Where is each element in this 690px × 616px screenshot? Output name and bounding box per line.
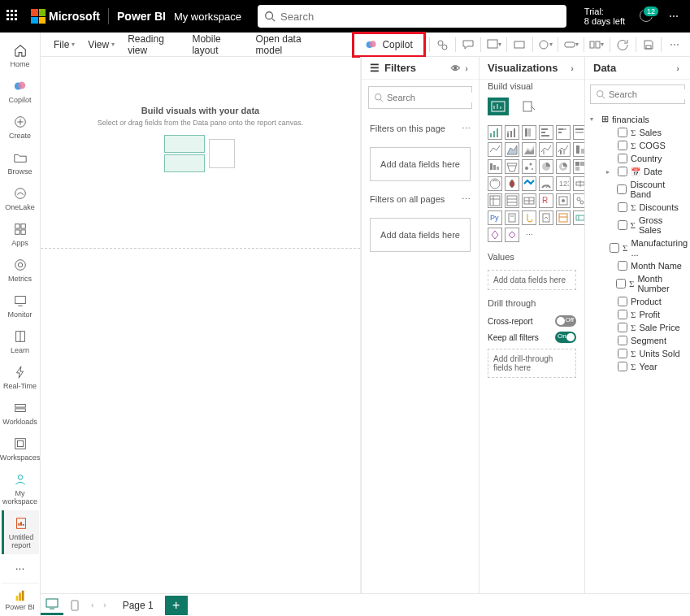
header-more-button[interactable]: ⋯	[659, 11, 690, 22]
nav-realtime[interactable]: Real-Time	[2, 359, 39, 395]
viz-type-28[interactable]	[556, 193, 571, 208]
viz-values-dropzone[interactable]: Add data fields here	[488, 270, 576, 290]
viz-type-32[interactable]	[522, 210, 536, 225]
viz-type-21[interactable]	[539, 176, 553, 191]
viz-type-34[interactable]	[556, 210, 571, 225]
field-checkbox[interactable]	[610, 243, 619, 253]
show-hide-icon[interactable]: 👁	[449, 63, 462, 73]
viz-type-14[interactable]	[522, 159, 536, 174]
field-row[interactable]: ▸📅Date	[606, 165, 685, 178]
field-checkbox[interactable]	[618, 202, 627, 212]
field-checkbox[interactable]	[617, 184, 627, 194]
filters-all-dropzone[interactable]: Add data fields here	[370, 218, 471, 252]
page-prev[interactable]: ‹	[86, 601, 98, 609]
filters-search[interactable]	[368, 86, 472, 109]
field-checkbox[interactable]	[618, 323, 627, 332]
viz-type-33[interactable]	[539, 210, 553, 225]
drill-through-dropzone[interactable]: Add drill-through fields here	[488, 349, 576, 378]
comment-icon-button[interactable]	[458, 35, 477, 54]
nav-metrics[interactable]: Metrics	[2, 252, 39, 288]
field-checkbox[interactable]	[618, 261, 627, 271]
field-checkbox[interactable]	[618, 167, 627, 176]
format-visual-mode[interactable]	[519, 98, 540, 115]
field-row[interactable]: ΣDiscounts	[606, 201, 685, 214]
copilot-button[interactable]: Copilot	[357, 35, 420, 54]
nav-create[interactable]: Create	[2, 109, 39, 145]
viz-more-button[interactable]: ⋯	[522, 228, 536, 242]
page-tab[interactable]: Page 1	[111, 596, 165, 614]
field-row[interactable]: ΣProfit	[606, 308, 685, 321]
viz-type-10[interactable]	[556, 142, 571, 157]
field-row[interactable]: ΣSale Price	[606, 321, 685, 334]
filters-all-more[interactable]: ⋯	[462, 194, 471, 205]
report-canvas[interactable]: Build visuals with your data Select or d…	[41, 57, 361, 593]
field-row[interactable]: Discount Band	[606, 178, 685, 201]
collapse-icon[interactable]: ›	[674, 63, 682, 73]
nav-workspaces[interactable]: Workspaces	[2, 431, 39, 466]
cross-report-toggle[interactable]: Off	[555, 315, 576, 327]
nav-browse[interactable]: Browse	[2, 145, 39, 180]
notifications-button[interactable]: 12	[633, 9, 659, 24]
table-row[interactable]: ▾ ⊞ financials	[590, 112, 685, 126]
collapse-icon[interactable]: ›	[462, 63, 471, 73]
data-search[interactable]	[590, 85, 685, 104]
field-checkbox[interactable]	[618, 310, 627, 319]
menu-reading-view[interactable]: Reading view	[121, 33, 185, 56]
viz-type-25[interactable]	[505, 193, 519, 208]
viz-type-27[interactable]: R	[539, 193, 553, 208]
viz-type-0[interactable]	[488, 125, 502, 140]
viz-type-26[interactable]	[522, 193, 536, 208]
viz-type-24[interactable]	[488, 193, 502, 208]
field-checkbox[interactable]	[616, 279, 626, 288]
viz-type-15[interactable]	[539, 159, 553, 174]
field-row[interactable]: Σ COGS	[606, 139, 685, 152]
field-checkbox[interactable]	[618, 336, 627, 345]
field-checkbox[interactable]	[618, 349, 627, 358]
field-checkbox[interactable]	[618, 128, 627, 137]
field-row[interactable]: Month Name	[606, 259, 685, 272]
viz-type-7[interactable]	[505, 142, 519, 157]
viz-type-8[interactable]	[522, 142, 536, 157]
menu-view[interactable]: View▾	[81, 39, 121, 50]
field-checkbox[interactable]	[618, 154, 627, 163]
field-row[interactable]: ΣYear	[606, 360, 685, 373]
viz-type-16[interactable]	[556, 159, 571, 174]
viz-type-2[interactable]	[522, 125, 536, 140]
viz-type-20[interactable]	[522, 176, 536, 191]
field-checkbox[interactable]	[618, 362, 627, 371]
global-search[interactable]	[258, 5, 566, 28]
textbox-icon-button[interactable]	[510, 35, 529, 54]
nav-home[interactable]: Home	[2, 37, 39, 73]
nav-more[interactable]: ...	[2, 554, 39, 577]
app-launcher-button[interactable]	[0, 10, 26, 23]
nav-monitor[interactable]: Monitor	[2, 288, 39, 323]
explore-icon-button[interactable]	[433, 35, 452, 54]
shapes-icon-button[interactable]: ▾	[536, 35, 555, 54]
filters-page-more[interactable]: ⋯	[462, 124, 471, 134]
ribbon-more-button[interactable]: ⋯	[665, 35, 683, 54]
field-row[interactable]: Product	[606, 295, 685, 308]
viz-type-12[interactable]	[488, 159, 502, 174]
refresh-icon-button[interactable]	[614, 35, 632, 54]
data-search-input[interactable]	[609, 89, 690, 99]
viz-type-18[interactable]	[488, 176, 502, 191]
viz-type-1[interactable]	[505, 125, 519, 140]
visual-interactions-icon-button[interactable]: ▾	[588, 35, 606, 54]
visual-icon-button[interactable]: ▾	[484, 35, 503, 54]
viz-type-31[interactable]	[505, 210, 519, 225]
add-page-button[interactable]: +	[165, 596, 188, 615]
viz-type-36[interactable]	[488, 228, 502, 242]
page-next[interactable]: ›	[98, 601, 111, 609]
nav-copilot[interactable]: Copilot	[2, 73, 39, 109]
buttons-icon-button[interactable]: ▾	[562, 35, 580, 54]
field-row[interactable]: ΣUnits Sold	[606, 347, 685, 360]
field-checkbox[interactable]	[618, 141, 627, 150]
field-row[interactable]: Country	[606, 152, 685, 165]
workspace-label[interactable]: My workspace	[174, 11, 241, 23]
viz-type-37[interactable]	[505, 228, 519, 242]
nav-onelake[interactable]: OneLake	[2, 180, 39, 216]
global-search-input[interactable]	[280, 11, 560, 23]
viz-type-3[interactable]	[539, 125, 553, 140]
menu-mobile-layout[interactable]: Mobile layout	[185, 33, 249, 56]
nav-workloads[interactable]: Workloads	[2, 395, 39, 431]
